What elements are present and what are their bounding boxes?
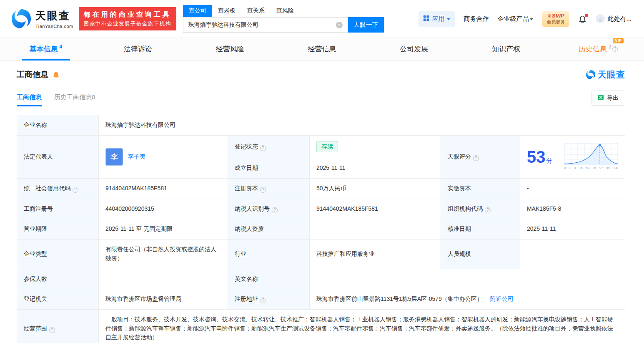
- value-taxpayer-qualification: -: [310, 219, 441, 240]
- label-reg-capital: 注册资本: [228, 179, 310, 199]
- value-reg-status: 存续: [310, 135, 441, 158]
- value-taxpayer-id: 91440402MAK185F581: [310, 199, 441, 219]
- business-info-table: 企业名称 珠海熵宇驰达科技有限公司 法定代表人 李 李子夷 登记状态 存续: [17, 115, 625, 343]
- main-content: 工商信息 天眼查 工商信息 历史工商信息0: [0, 61, 644, 343]
- value-paid-capital: -: [520, 179, 625, 199]
- help-icon[interactable]: [260, 187, 266, 193]
- svip-membership-button[interactable]: SVIP 会员服务: [542, 11, 569, 27]
- label-taxpayer-qualification: 纳税人资质: [228, 219, 310, 240]
- table-row: 工商注册号 440402000920315 纳税人识别号 91440402MAK…: [17, 199, 625, 219]
- help-icon[interactable]: [485, 207, 491, 213]
- tab-label: 历史信息: [579, 44, 607, 54]
- score-number: 53分: [527, 144, 553, 170]
- tianyancha-logo[interactable]: 天眼查 TianYanCha.com: [11, 8, 73, 29]
- value-reg-authority: 珠海市香洲区市场监督管理局: [99, 289, 228, 310]
- table-row: 登记机关 珠海市香洲区市场监督管理局 注册地址 珠海市香洲区前山翠景路1131号…: [17, 289, 625, 310]
- label-reg-status: 登记状态: [228, 135, 310, 158]
- tianyancha-logo-icon: [11, 8, 32, 29]
- address-text: 珠海市香洲区前山翠景路1131号1栋5层A区-0579（集中办公区）: [316, 295, 483, 302]
- score-chart-axis: 0131550859799100: [564, 166, 618, 171]
- value-business-scope: 一般项目：技术服务、技术开发、技术咨询、技术交流、技术转让、技术推广；智能机器人…: [99, 309, 625, 343]
- value-company-name: 珠海熵宇驰达科技有限公司: [99, 115, 625, 136]
- tab-operating-info[interactable]: 经营信息: [276, 38, 368, 60]
- label-business-term: 营业期限: [17, 219, 99, 240]
- subtab-business-info[interactable]: 工商信息: [17, 93, 42, 106]
- search-box: [183, 17, 348, 33]
- search-tab-relation[interactable]: 查关系: [241, 5, 271, 17]
- search-tab-risk[interactable]: 查风险: [271, 5, 300, 17]
- chevron-down-icon: [447, 18, 450, 22]
- table-row: 法定代表人 李 李子夷 登记状态 存续 天眼评分: [17, 135, 625, 158]
- nearby-companies-link[interactable]: 附近公司: [490, 295, 514, 302]
- crown-icon: [547, 13, 552, 19]
- enterprise-products-link[interactable]: 企业级产品: [497, 15, 533, 23]
- table-row: 统一社会信用代码 91440402MAK185F581 注册资本 50万人民币 …: [17, 179, 625, 199]
- tianyancha-company-page: 天眼查 TianYanCha.com 都在用的商业查询工具 国家中小企业发展子基…: [0, 0, 644, 343]
- tab-label: 经营信息: [308, 44, 336, 54]
- help-icon[interactable]: [260, 298, 266, 303]
- help-icon[interactable]: [49, 327, 55, 333]
- value-reg-number: 440402000920315: [99, 199, 228, 219]
- logo-title: 天眼查: [35, 9, 73, 23]
- tab-company-development[interactable]: 公司发展: [368, 38, 460, 60]
- tab-history-info[interactable]: 历史信息 2 VIP: [552, 38, 644, 60]
- site-header: 天眼查 TianYanCha.com 都在用的商业查询工具 国家中小企业发展子基…: [0, 0, 644, 38]
- search-tab-company[interactable]: 查公司: [183, 5, 212, 17]
- tab-label: 基本信息: [30, 44, 58, 54]
- excel-icon: [598, 94, 604, 102]
- value-industry: 科技推广和应用服务业: [310, 240, 441, 269]
- help-icon[interactable]: [612, 46, 618, 52]
- export-button[interactable]: 导出: [591, 91, 625, 106]
- label-industry: 行业: [228, 240, 310, 269]
- help-icon[interactable]: [260, 145, 266, 151]
- tab-intellectual-property[interactable]: 知识产权: [460, 38, 552, 60]
- export-label: 导出: [607, 94, 619, 102]
- value-approval-date: 2025-11-11: [520, 219, 625, 240]
- value-legal-rep: 李 李子夷: [99, 135, 228, 178]
- legal-rep-avatar[interactable]: 李: [105, 148, 123, 166]
- tab-operating-risk[interactable]: 经营风险: [184, 38, 276, 60]
- business-cooperation-link[interactable]: 商务合作: [464, 15, 489, 23]
- label-insured-count: 参保人数: [17, 269, 99, 289]
- label-company-name: 企业名称: [17, 115, 99, 136]
- apps-label: 应用: [432, 15, 444, 23]
- label-establish-date: 成立日期: [228, 158, 310, 179]
- help-icon[interactable]: [73, 187, 78, 193]
- tab-label: 经营风险: [216, 44, 244, 54]
- legal-rep-link[interactable]: 李子夷: [128, 152, 145, 161]
- tab-basic-info[interactable]: 基本信息 4: [0, 38, 92, 60]
- tianyancha-watermark: 天眼查: [586, 69, 625, 81]
- subtab-history-business-info[interactable]: 历史工商信息0: [54, 93, 95, 106]
- chevron-down-icon: [530, 18, 533, 22]
- svip-title: SVIP: [552, 13, 564, 19]
- tianyancha-watermark-icon: [586, 70, 596, 80]
- enterprise-products-label: 企业级产品: [497, 15, 529, 23]
- user-menu[interactable]: 此处有...: [596, 14, 631, 23]
- search-input[interactable]: [183, 22, 336, 28]
- tab-label: 公司发展: [400, 44, 428, 54]
- search-area: 查公司 查老板 查关系 查风险 天眼一下: [183, 5, 384, 33]
- label-staff-size: 人员规模: [441, 240, 520, 269]
- help-icon[interactable]: [473, 155, 479, 161]
- tab-count: 2: [609, 44, 611, 50]
- table-row: 企业类型 有限责任公司（非自然人投资或控股的法人独资） 行业 科技推广和应用服务…: [17, 240, 625, 269]
- table-row: 参保人数 - 英文名称 -: [17, 269, 625, 289]
- notification-dot: [585, 14, 588, 17]
- search-button[interactable]: 天眼一下: [348, 17, 384, 33]
- subscribe-bell-icon[interactable]: [52, 71, 60, 79]
- label-reg-address: 注册地址: [228, 289, 310, 310]
- apps-menu-button[interactable]: 应用: [418, 11, 455, 27]
- company-section-tabs: 基本信息 4 法律诉讼 经营风险 经营信息 公司发展 知识产权 历史信息 2 V…: [0, 38, 644, 61]
- value-org-code: MAK185F5-8: [520, 199, 625, 219]
- search-tab-boss[interactable]: 查老板: [212, 5, 241, 17]
- value-reg-capital: 50万人民币: [310, 179, 441, 199]
- label-business-scope: 经营范围: [17, 309, 99, 343]
- tab-legal-proceedings[interactable]: 法律诉讼: [92, 38, 184, 60]
- help-icon[interactable]: [272, 207, 278, 213]
- clear-search-icon[interactable]: [336, 22, 343, 28]
- promo-banner: 都在用的商业查询工具 国家中小企业发展子基金旗下机构: [79, 7, 176, 30]
- user-name: 此处有...: [607, 15, 631, 23]
- label-approval-date: 核准日期: [441, 219, 520, 240]
- table-row: 经营范围 一般项目：技术服务、技术开发、技术咨询、技术交流、技术转让、技术推广；…: [17, 309, 625, 343]
- notifications-bell-icon[interactable]: [578, 15, 587, 23]
